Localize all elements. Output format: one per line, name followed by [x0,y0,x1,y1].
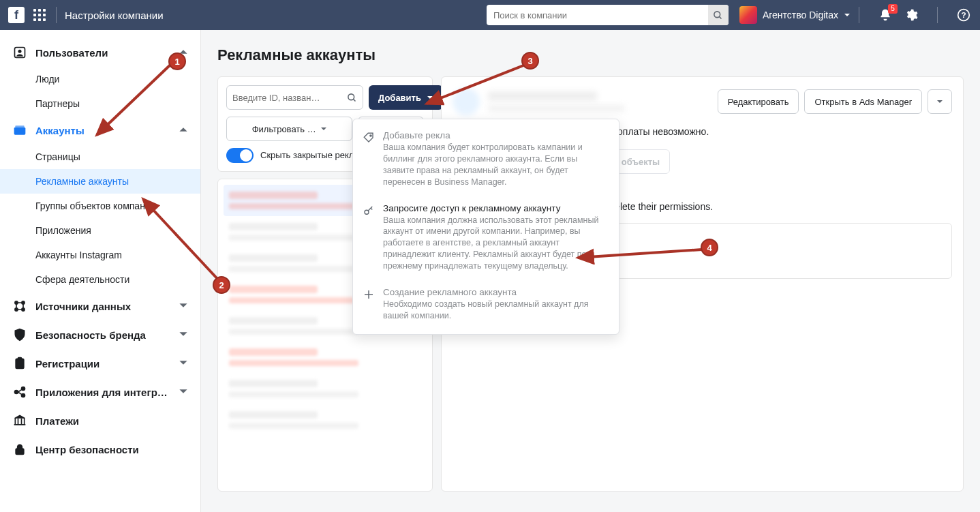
facebook-logo[interactable]: f [8,7,25,23]
chevron-up-icon [179,125,188,136]
svg-rect-26 [16,449,24,454]
company-name: Агентство Digitax [763,10,838,20]
sidebar-section-label: Приложения для интегр… [35,387,168,398]
filter-button[interactable]: Фильтровать … [226,117,352,141]
dropdown-item-desc: Необходимо создать новый рекламный аккау… [383,299,609,322]
chevron-down-icon [179,301,188,312]
sidebar-item-instagram[interactable]: Аккаунты Instagram [0,243,200,267]
caret-down-icon [844,10,851,20]
filter-button-label: Фильтровать … [252,124,316,134]
shield-icon [12,327,27,342]
caret-down-icon [320,124,327,134]
divider [859,7,859,23]
sidebar-item-business-line[interactable]: Сфера деятельности [0,267,200,292]
key-icon [363,203,375,272]
gear-icon[interactable] [903,7,919,23]
svg-rect-7 [38,18,41,21]
notifications-icon[interactable]: 5 [877,7,893,23]
svg-point-24 [22,387,25,391]
help-icon[interactable]: ? [955,7,972,23]
sidebar-section-label: Регистрации [35,358,99,370]
sidebar: Пользователи Люди Партнеры Аккаунты Стра… [0,30,201,512]
search-icon [347,93,357,103]
callout-2: 2 [213,276,230,294]
sidebar-section-registrations[interactable]: Регистрации [0,349,200,378]
sidebar-item-pages[interactable]: Страницы [0,145,200,169]
users-icon [12,45,27,60]
svg-line-10 [720,16,722,18]
sidebar-section-accounts[interactable]: Аккаунты [0,116,200,145]
svg-rect-1 [38,9,41,12]
tag-icon [363,130,375,188]
dropdown-item-claim[interactable]: Добавьте рекла Ваша компания будет контр… [353,123,619,196]
svg-line-28 [353,99,355,101]
topbar: f Настройки компании Агентство Digitax 5… [0,0,980,30]
svg-rect-0 [33,9,36,12]
account-search[interactable] [226,85,363,110]
sidebar-section-label: Аккаунты [35,125,85,136]
integrations-icon [12,385,27,400]
notif-badge: 5 [888,4,898,14]
callout-4: 4 [701,239,718,256]
sidebar-section-datasources[interactable]: Источники данных [0,292,200,320]
company-search[interactable] [487,5,729,25]
sidebar-item-ad-accounts[interactable]: Рекламные аккаунты [0,169,200,194]
svg-rect-15 [14,127,26,135]
svg-rect-5 [43,14,46,16]
sidebar-section-label: Безопасность бренда [35,329,146,341]
dropdown-item-create[interactable]: Создание рекламного аккаунта Необходимо … [353,280,619,330]
edit-button[interactable]: Редактировать [718,89,799,114]
sidebar-item-partners[interactable]: Партнеры [0,91,200,116]
dropdown-item-title: Запросите доступ к рекламному аккаунту [383,203,609,213]
company-search-input[interactable] [487,10,708,20]
svg-point-23 [15,391,18,394]
dropdown-item-title: Создание рекламного аккаунта [383,287,609,297]
sidebar-section-payments[interactable]: Платежи [0,406,200,435]
svg-point-19 [15,308,18,311]
svg-point-32 [365,210,369,214]
hide-closed-toggle[interactable] [226,148,254,163]
caret-down-icon [936,98,943,105]
account-list-item[interactable] [224,342,427,373]
apps-grid-icon[interactable] [31,7,48,23]
sidebar-section-brandsafety[interactable]: Безопасность бренда [0,320,200,349]
add-button-label: Добавить [378,93,421,103]
divider [937,7,938,23]
sidebar-section-label: Источники данных [35,301,131,312]
svg-rect-2 [43,9,46,12]
svg-rect-6 [33,18,36,21]
plus-icon [363,287,375,322]
svg-point-20 [22,308,25,311]
sidebar-item-people[interactable]: Люди [0,67,200,91]
sidebar-item-apps[interactable]: Приложения [0,218,200,243]
account-list-item[interactable] [224,404,427,436]
account-list-item[interactable] [224,373,427,404]
account-search-input[interactable] [232,93,347,103]
sidebar-section-integrations[interactable]: Приложения для интегр… [0,378,200,406]
caret-down-icon [427,93,433,103]
chevron-down-icon [179,358,188,370]
svg-point-18 [22,301,25,304]
svg-rect-3 [33,14,36,16]
svg-text:?: ? [961,10,966,19]
sidebar-section-label: Платежи [35,415,79,427]
svg-point-14 [18,50,22,53]
svg-point-25 [22,394,25,397]
dropdown-item-request-access[interactable]: Запросите доступ к рекламному аккаунту В… [353,196,619,280]
sidebar-section-label: Пользователи [35,47,108,59]
search-icon[interactable] [708,5,729,25]
more-button[interactable] [928,89,952,114]
add-dropdown: Добавьте рекла Ваша компания будет контр… [352,119,619,335]
dropdown-item-desc: Ваша компания должна использовать этот р… [383,215,609,272]
svg-point-9 [714,11,720,17]
company-avatar [739,6,757,24]
sidebar-section-security[interactable]: Центр безопасности [0,435,200,464]
payments-icon [12,413,27,428]
sidebar-section-label: Центр безопасности [35,444,139,455]
open-ads-manager-button[interactable]: Открыть в Ads Manager [804,89,922,114]
add-button[interactable]: Добавить [369,85,443,110]
accounts-icon [12,123,27,138]
chevron-down-icon [179,329,188,341]
sidebar-item-object-groups[interactable]: Группы объектов компании [0,194,200,218]
company-switcher[interactable]: Агентство Digitax [739,6,851,24]
